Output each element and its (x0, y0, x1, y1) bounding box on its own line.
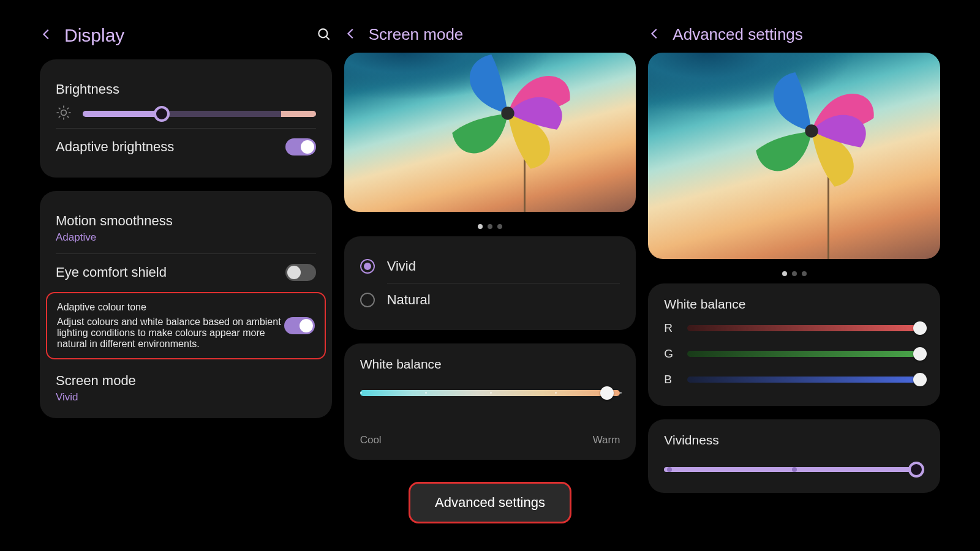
green-slider[interactable]: G (664, 341, 924, 367)
red-slider[interactable]: R (664, 315, 924, 341)
page-dots (344, 212, 636, 236)
screen-mode-title: Screen mode (369, 25, 464, 44)
page-dots (648, 259, 940, 283)
mode-options-card: Vivid Natural (344, 236, 636, 330)
rgb-white-balance-card: White balance R G B (648, 283, 940, 406)
svg-line-1 (326, 36, 329, 39)
svg-point-11 (501, 107, 514, 119)
screen-mode-header: Screen mode (344, 21, 636, 53)
back-icon[interactable] (648, 27, 662, 43)
display-more-card: Motion smoothness Adaptive Eye comfort s… (40, 191, 332, 418)
svg-line-10 (67, 108, 69, 109)
adaptive-colour-tone-row[interactable]: Adaptive colour tone Adjust colours and … (46, 292, 326, 359)
svg-line-8 (67, 116, 69, 118)
vividness-slider[interactable] (664, 460, 924, 479)
display-title: Display (64, 25, 124, 46)
svg-line-7 (59, 108, 60, 109)
white-balance-slider[interactable] (360, 384, 620, 408)
back-icon[interactable] (344, 27, 358, 43)
adaptive-brightness-toggle[interactable] (285, 138, 316, 156)
screen-mode-row[interactable]: Screen mode Vivid (56, 362, 316, 412)
svg-point-12 (805, 124, 818, 137)
motion-smoothness-row[interactable]: Motion smoothness Adaptive (56, 204, 316, 252)
eye-comfort-row[interactable]: Eye comfort shield (56, 255, 316, 290)
warm-label: Warm (593, 434, 620, 446)
natural-option[interactable]: Natural (360, 283, 620, 317)
white-balance-card: White balance Cool Warm (344, 343, 636, 460)
display-header: Display (40, 21, 332, 59)
preview-image[interactable] (344, 53, 636, 212)
radio-icon (360, 293, 375, 307)
preview-image[interactable] (648, 53, 940, 259)
advanced-settings-button[interactable]: Advanced settings (409, 482, 571, 523)
cool-label: Cool (360, 434, 382, 446)
svg-line-9 (59, 116, 60, 118)
advanced-header: Advanced settings (648, 21, 940, 53)
radio-icon (360, 259, 375, 274)
advanced-title: Advanced settings (673, 25, 802, 44)
svg-point-2 (61, 110, 67, 116)
adaptive-colour-tone-toggle[interactable] (284, 317, 315, 334)
screen-mode-panel: Screen mode Vivid (344, 21, 636, 523)
display-panel: Display Brightness Adaptive brig (40, 21, 332, 523)
adaptive-brightness-row[interactable]: Adaptive brightness (56, 130, 316, 164)
brightness-label: Brightness (56, 81, 119, 97)
sun-icon (56, 105, 72, 123)
blue-slider[interactable]: B (664, 367, 924, 392)
vivid-option[interactable]: Vivid (360, 250, 620, 283)
advanced-panel: Advanced settings White balance (648, 21, 940, 523)
search-icon[interactable] (316, 26, 332, 45)
svg-point-0 (318, 29, 327, 37)
eye-comfort-toggle[interactable] (285, 264, 316, 281)
back-icon[interactable] (40, 28, 53, 43)
vividness-card: Vividness (648, 419, 940, 493)
brightness-slider[interactable] (56, 99, 316, 127)
brightness-card: Brightness Adaptive brightness (40, 59, 332, 178)
